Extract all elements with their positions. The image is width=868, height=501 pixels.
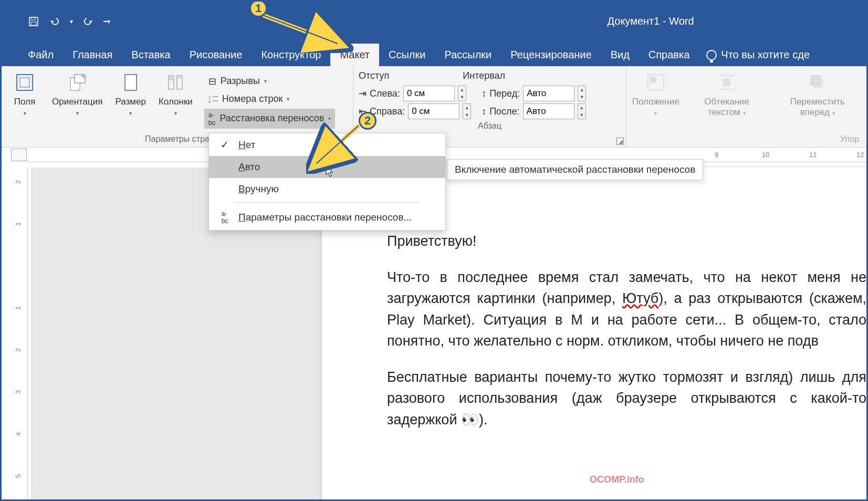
bulb-icon	[706, 50, 717, 60]
tab-help[interactable]: Справка	[639, 44, 699, 66]
cursor-icon	[325, 165, 334, 178]
line-numbers-button[interactable]: 12 Номера строк ▾	[204, 91, 336, 107]
tab-view[interactable]: Вид	[601, 44, 639, 66]
dropdown-item-none[interactable]: ✓ Нет	[209, 133, 445, 156]
svg-rect-3	[17, 75, 33, 90]
dropdown-item-options[interactable]: a-bc Параметры расстановки переносов...	[209, 205, 445, 230]
group-arrange: Положение▾ Обтекание текстом ▾ Перемести…	[626, 66, 866, 147]
callout-1: 1	[249, 0, 267, 17]
wrap-icon	[716, 71, 738, 93]
svg-rect-0	[29, 17, 38, 26]
orientation-button[interactable]: Ориентация▾	[49, 69, 106, 132]
ribbon-tabs: Файл Главная Вставка Рисование Конструкт…	[2, 41, 866, 66]
tab-design[interactable]: Конструктор	[252, 44, 330, 66]
paragraph-2: Что-то в последнее время стал замечать, …	[387, 267, 866, 352]
indent-left-label: Слева:	[370, 88, 400, 99]
spacing-before-spinner[interactable]: ▲▼	[578, 86, 586, 101]
margins-icon	[14, 71, 36, 93]
breaks-icon: ⊟	[208, 76, 216, 87]
spacing-after-spinner[interactable]: ▲▼	[578, 103, 586, 119]
hyphenation-icon: a-bc	[208, 111, 216, 127]
svg-rect-18	[650, 77, 656, 83]
tab-layout[interactable]: Макет	[330, 44, 379, 66]
watermark: OCOMP.info	[590, 474, 644, 485]
dropdown-item-manual[interactable]: Вручную	[209, 178, 445, 200]
hyphenation-options-icon: a-bc	[218, 210, 231, 225]
ruler-corner[interactable]	[11, 149, 27, 161]
indent-left-spinner[interactable]: ▲▼	[458, 86, 466, 101]
tab-insert[interactable]: Вставка	[122, 44, 180, 66]
redo-icon[interactable]	[82, 16, 94, 27]
paragraph-launcher[interactable]	[616, 138, 624, 145]
forward-icon	[807, 71, 829, 93]
tab-mailings[interactable]: Рассылки	[435, 44, 501, 66]
tell-me-search[interactable]: Что вы хотите сде	[699, 44, 817, 66]
paragraph-label: Абзац	[359, 119, 621, 133]
wrap-text-button: Обтекание текстом ▾	[686, 69, 767, 132]
svg-rect-19	[723, 79, 730, 86]
spacing-before-icon: ↕	[482, 88, 486, 99]
svg-rect-4	[20, 78, 29, 87]
undo-more-icon[interactable]: ▾	[70, 18, 73, 25]
position-button: Положение▾	[632, 69, 679, 132]
line-numbers-icon: 12	[208, 95, 218, 103]
tooltip: Включение автоматической расстановки пер…	[447, 159, 703, 180]
vertical-ruler[interactable]: 2 1 1 2 3 4 5	[12, 168, 28, 499]
hyphenation-dropdown: ✓ Нет Авто Вручную a-bc Параметры расста…	[208, 133, 446, 231]
tab-home[interactable]: Главная	[63, 44, 122, 66]
breaks-button[interactable]: ⊟ Разрывы ▾	[204, 74, 336, 89]
columns-button[interactable]: Колонки▾	[155, 69, 196, 132]
orientation-icon	[66, 71, 88, 93]
tab-file[interactable]: Файл	[18, 44, 63, 66]
undo-icon[interactable]	[49, 16, 60, 27]
document-title: Документ1 - Word	[608, 15, 694, 27]
spacing-before-input[interactable]	[523, 86, 574, 101]
indent-right-input[interactable]	[408, 103, 459, 119]
dropdown-separator	[234, 202, 420, 203]
tab-draw[interactable]: Рисование	[180, 44, 252, 66]
document-area: Приветствую! Что-то в последнее время ст…	[31, 168, 866, 499]
svg-rect-23	[811, 76, 820, 85]
check-icon: ✓	[218, 139, 231, 151]
paragraph-3: Бесплатные варианты почему-то жутко торм…	[387, 367, 866, 431]
quick-access-toolbar: ▾ ━▾	[2, 16, 110, 27]
svg-text:2: 2	[208, 99, 211, 103]
svg-rect-7	[125, 75, 137, 90]
tell-me-label: Что вы хотите сде	[721, 49, 810, 61]
tab-references[interactable]: Ссылки	[379, 44, 435, 66]
save-icon[interactable]	[28, 16, 39, 27]
spacing-before-label: Перед:	[489, 88, 520, 99]
svg-rect-2	[31, 22, 36, 25]
margins-button[interactable]: Поля▾	[7, 69, 43, 132]
indent-right-label: Справа:	[370, 106, 405, 117]
hyphenation-button[interactable]: a-bc Расстановка переносов ▾	[204, 109, 336, 129]
position-icon	[645, 71, 667, 93]
spacing-after-label: После:	[489, 106, 519, 117]
tab-review[interactable]: Рецензирование	[501, 44, 601, 66]
paragraph-1: Приветствую!	[387, 231, 866, 252]
title-bar: ▾ ━▾ Документ1 - Word	[2, 2, 866, 41]
spacing-after-icon: ↕	[482, 106, 486, 117]
columns-icon	[164, 71, 186, 93]
spacing-header: Интервал	[463, 70, 505, 81]
bring-forward-button: Переместить вперед ▾	[774, 69, 861, 132]
callout-2: 2	[359, 112, 377, 130]
indent-left-input[interactable]	[403, 86, 455, 101]
arrange-label: Упор	[632, 132, 861, 146]
size-icon	[120, 71, 142, 93]
indent-right-spinner[interactable]: ▲▼	[463, 103, 471, 119]
qat-customize-icon[interactable]: ━▾	[103, 18, 110, 25]
indent-left-icon: ⇥	[359, 88, 367, 99]
spacing-after-input[interactable]	[523, 103, 574, 119]
indent-header: Отступ	[359, 70, 389, 81]
page-setup-small-buttons: ⊟ Разрывы ▾ 12 Номера строк ▾ a-bc Расст…	[204, 69, 336, 132]
size-button[interactable]: Размер▾	[112, 69, 149, 132]
